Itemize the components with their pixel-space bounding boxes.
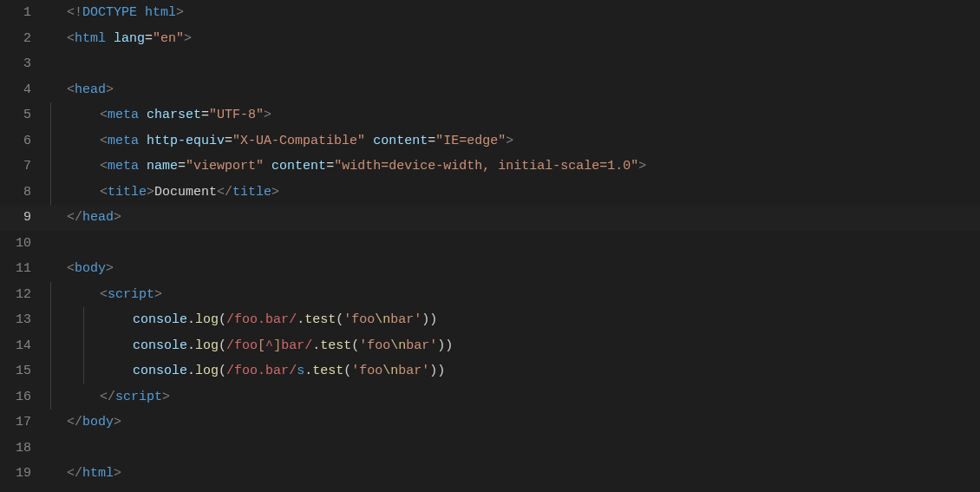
line-number-active: 9 xyxy=(0,205,31,231)
code-line[interactable]: </body> xyxy=(50,410,980,436)
code-content[interactable]: <!DOCTYPE html> <html lang="en"> <head> … xyxy=(50,0,980,492)
line-number: 14 xyxy=(0,333,31,359)
line-number: 16 xyxy=(0,384,31,410)
code-line[interactable]: console.log(/foo.bar/.test('foo\nbar')) xyxy=(50,307,980,333)
code-line-active[interactable]: </head> xyxy=(50,205,980,231)
code-line[interactable]: <html lang="en"> xyxy=(50,26,980,52)
code-line[interactable] xyxy=(50,231,980,257)
line-number: 3 xyxy=(0,51,31,77)
line-number: 12 xyxy=(0,282,31,308)
code-line[interactable]: <head> xyxy=(50,77,980,103)
active-line-highlight xyxy=(0,205,980,231)
code-line[interactable]: <meta http-equiv="X-UA-Compatible" conte… xyxy=(50,128,980,154)
line-number: 10 xyxy=(0,231,31,257)
line-number: 18 xyxy=(0,436,31,462)
code-line[interactable]: console.log(/foo[^]bar/.test('foo\nbar')… xyxy=(50,333,980,359)
line-number: 6 xyxy=(0,128,31,154)
code-line[interactable] xyxy=(50,436,980,462)
code-line[interactable]: console.log(/foo.bar/s.test('foo\nbar')) xyxy=(50,358,980,384)
line-number: 2 xyxy=(0,26,31,52)
line-number-gutter: 1 2 3 4 5 6 7 8 9 10 11 12 13 14 15 16 1… xyxy=(0,0,50,492)
line-number: 4 xyxy=(0,77,31,103)
line-number: 1 xyxy=(0,0,31,26)
code-line[interactable]: </html> xyxy=(50,461,980,487)
line-number: 15 xyxy=(0,358,31,384)
line-number: 5 xyxy=(0,102,31,128)
code-line[interactable]: <meta charset="UTF-8"> xyxy=(50,102,980,128)
code-line[interactable]: <!DOCTYPE html> xyxy=(50,0,980,26)
code-line[interactable]: <meta name="viewport" content="width=dev… xyxy=(50,154,980,180)
code-line[interactable]: <body> xyxy=(50,256,980,282)
line-number: 13 xyxy=(0,307,31,333)
line-number: 7 xyxy=(0,154,31,180)
code-editor[interactable]: 1 2 3 4 5 6 7 8 9 10 11 12 13 14 15 16 1… xyxy=(0,0,980,492)
line-number: 19 xyxy=(0,461,31,487)
code-line[interactable]: <title>Document</title> xyxy=(50,180,980,206)
code-line[interactable]: </script> xyxy=(50,384,980,410)
line-number: 11 xyxy=(0,256,31,282)
code-line[interactable] xyxy=(50,51,980,77)
code-line[interactable]: <script> xyxy=(50,282,980,308)
line-number: 8 xyxy=(0,180,31,206)
line-number: 17 xyxy=(0,410,31,436)
